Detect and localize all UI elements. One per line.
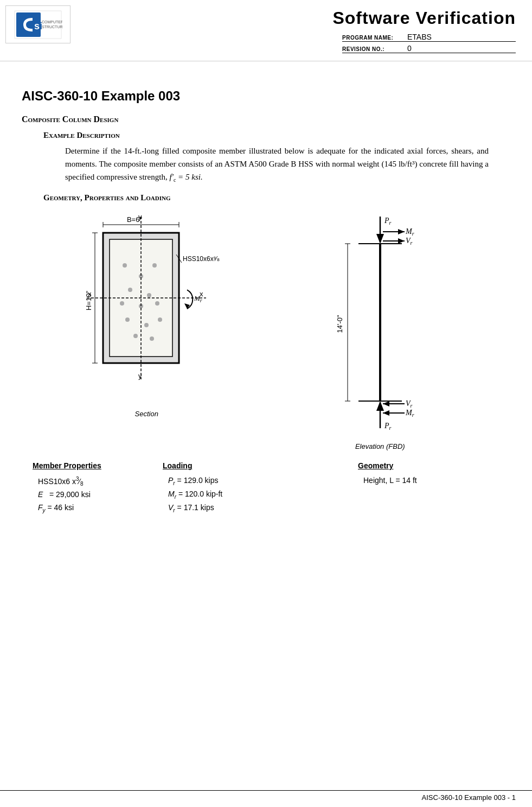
svg-point-10 (152, 263, 157, 268)
revision-label: REVISION NO.: (342, 46, 405, 52)
page-title: AISC-360-10 Example 003 (22, 88, 510, 104)
example-description-text: Determine if the 14-ft.-long filled comp… (65, 144, 489, 185)
svg-text:STRUCTURES INC.: STRUCTURES INC. (42, 25, 62, 29)
diagram-area: B=6" H=10" x x y y HSS10x6x³⁄₈ Mr (33, 211, 499, 450)
elevation-svg: Pr Mr Vr 14'-0" Vr (304, 211, 456, 439)
section-diagram: B=6" H=10" x x y y HSS10x6x³⁄₈ Mr (70, 211, 222, 418)
member-properties-column: Member Properties HSS10x6 x3⁄8 E = 29,00… (33, 461, 130, 515)
svg-text:HSS10x6x³⁄₈: HSS10x6x³⁄₈ (183, 255, 220, 263)
program-info: PROGRAM NAME: ETABS REVISION NO.: 0 (342, 33, 516, 55)
data-section: Member Properties HSS10x6 x3⁄8 E = 29,00… (33, 461, 510, 515)
example-description-heading: Example Description (43, 131, 510, 140)
section-caption: Section (135, 410, 158, 418)
svg-point-8 (123, 263, 127, 268)
section-svg: B=6" H=10" x x y y HSS10x6x³⁄₈ Mr (70, 211, 222, 406)
svg-point-16 (125, 317, 130, 322)
loading-title: Loading (163, 461, 260, 470)
svg-text:Vr: Vr (406, 237, 413, 246)
geometry-item-1: Height, L = 14 ft (363, 474, 456, 487)
svg-text:Pr: Pr (384, 217, 392, 226)
svg-marker-62 (376, 401, 384, 411)
revision-row: REVISION NO.: 0 (342, 44, 516, 53)
svg-text:x: x (200, 290, 203, 298)
svg-marker-59 (383, 410, 389, 416)
geometry-heading: Geometry, Properties and Loading (43, 193, 510, 202)
svg-point-19 (133, 334, 138, 338)
svg-point-12 (147, 293, 151, 297)
member-prop-3: Fy = 46 ksi (38, 501, 130, 515)
loading-item-2: Mr = 120.0 kip-ft (168, 488, 260, 501)
member-properties-title: Member Properties (33, 461, 130, 470)
revision-value: 0 (405, 44, 516, 53)
svg-marker-56 (383, 401, 389, 406)
geometry-data-title: Geometry (358, 461, 456, 470)
svg-text:14'-0": 14'-0" (336, 315, 344, 333)
csi-logo-svg: s i COMPUTERS & STRUCTURES INC. (14, 10, 62, 40)
formula-fc: f′c = 5 ksi. (169, 173, 202, 181)
geometry-data-column: Geometry Height, L = 14 ft (358, 461, 456, 515)
main-content: AISC-360-10 Example 003 Composite Column… (0, 61, 532, 526)
logo: s i COMPUTERS & STRUCTURES INC. (5, 5, 70, 43)
program-name-label: PROGRAM NAME: (342, 35, 405, 41)
svg-point-11 (128, 288, 132, 292)
loading-item-1: Pr = 129.0 kips (168, 474, 260, 488)
footer-text: AISC-360-10 Example 003 - 1 (422, 793, 516, 802)
software-verification-title: Software Verification (332, 8, 516, 28)
svg-text:y: y (138, 213, 142, 221)
elevation-caption: Elevation (FBD) (355, 442, 405, 450)
composite-column-heading: Composite Column Design (22, 115, 510, 124)
program-name-value: ETABS (405, 33, 516, 41)
footer-rule (0, 790, 532, 791)
svg-marker-43 (376, 234, 384, 244)
page-footer: AISC-360-10 Example 003 - 1 (422, 793, 516, 802)
svg-text:y: y (138, 372, 142, 380)
svg-text:Mr: Mr (405, 409, 414, 418)
member-prop-2: E = 29,000 ksi (38, 488, 130, 501)
elevation-diagram: Pr Mr Vr 14'-0" Vr (299, 211, 462, 450)
loading-item-3: Vr = 17.1 kips (168, 501, 260, 515)
svg-marker-46 (398, 229, 405, 234)
svg-text:Vr: Vr (406, 399, 413, 409)
svg-text:Mr: Mr (405, 227, 414, 237)
svg-point-13 (120, 301, 124, 306)
header-right: Software Verification PROGRAM NAME: ETAB… (70, 5, 516, 55)
svg-text:Pr: Pr (384, 422, 392, 431)
svg-text:x: x (88, 290, 92, 298)
svg-text:COMPUTERS &: COMPUTERS & (42, 20, 62, 24)
svg-point-20 (150, 336, 154, 341)
svg-marker-49 (398, 238, 405, 244)
page-header: s i COMPUTERS & STRUCTURES INC. Software… (0, 0, 532, 61)
program-name-row: PROGRAM NAME: ETABS (342, 33, 516, 42)
loading-column: Loading Pr = 129.0 kips Mr = 120.0 kip-f… (163, 461, 260, 515)
svg-point-18 (158, 317, 162, 322)
member-prop-1: HSS10x6 x3⁄8 (38, 474, 130, 488)
svg-text:s: s (34, 21, 40, 31)
svg-point-15 (155, 301, 159, 306)
svg-point-17 (144, 323, 149, 327)
